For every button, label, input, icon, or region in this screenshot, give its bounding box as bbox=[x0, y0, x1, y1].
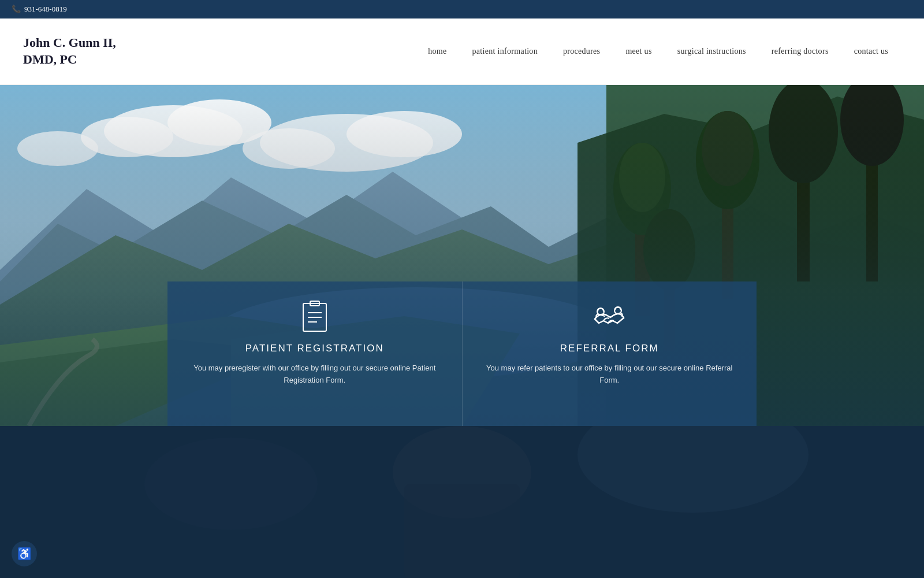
patient-registration-title: PATIENT REGISTRATION bbox=[245, 343, 384, 354]
handshake-icon bbox=[592, 299, 627, 334]
accessibility-button[interactable]: ♿ bbox=[12, 541, 37, 566]
nav-contact-us[interactable]: contact us bbox=[841, 42, 901, 61]
clipboard-icon bbox=[297, 299, 332, 334]
nav-patient-information[interactable]: patient information bbox=[460, 42, 550, 61]
nav-procedures[interactable]: procedures bbox=[550, 42, 613, 61]
main-nav: home patient information procedures meet… bbox=[415, 42, 901, 61]
nav-surgical-instructions[interactable]: surgical instructions bbox=[665, 42, 759, 61]
lower-section bbox=[0, 426, 924, 578]
nav-referring-doctors[interactable]: referring doctors bbox=[759, 42, 841, 61]
cards-container: PATIENT REGISTRATION You may preregister… bbox=[167, 281, 757, 426]
nav-home[interactable]: home bbox=[415, 42, 459, 61]
hero-section: PATIENT REGISTRATION You may preregister… bbox=[0, 85, 924, 426]
header: John C. Gunn II, DMD, PC home patient in… bbox=[0, 18, 924, 85]
phone-icon: 📞 bbox=[12, 5, 21, 14]
referral-form-title: REFERRAL FORM bbox=[560, 343, 659, 354]
accessibility-icon: ♿ bbox=[17, 547, 32, 561]
patient-registration-desc: You may preregister with our office by f… bbox=[191, 362, 439, 387]
logo[interactable]: John C. Gunn II, DMD, PC bbox=[23, 35, 150, 68]
logo-line1: John C. Gunn II, bbox=[23, 35, 116, 50]
referral-form-card[interactable]: REFERRAL FORM You may refer patients to … bbox=[463, 281, 757, 426]
top-bar: 📞 931-648-0819 bbox=[0, 0, 924, 18]
nav-meet-us[interactable]: meet us bbox=[613, 42, 664, 61]
logo-line2: DMD, PC bbox=[23, 52, 77, 66]
referral-form-desc: You may refer patients to our office by … bbox=[486, 362, 734, 387]
patient-registration-card[interactable]: PATIENT REGISTRATION You may preregister… bbox=[167, 281, 463, 426]
lower-overlay bbox=[0, 426, 924, 578]
phone-number: 931-648-0819 bbox=[24, 5, 67, 14]
